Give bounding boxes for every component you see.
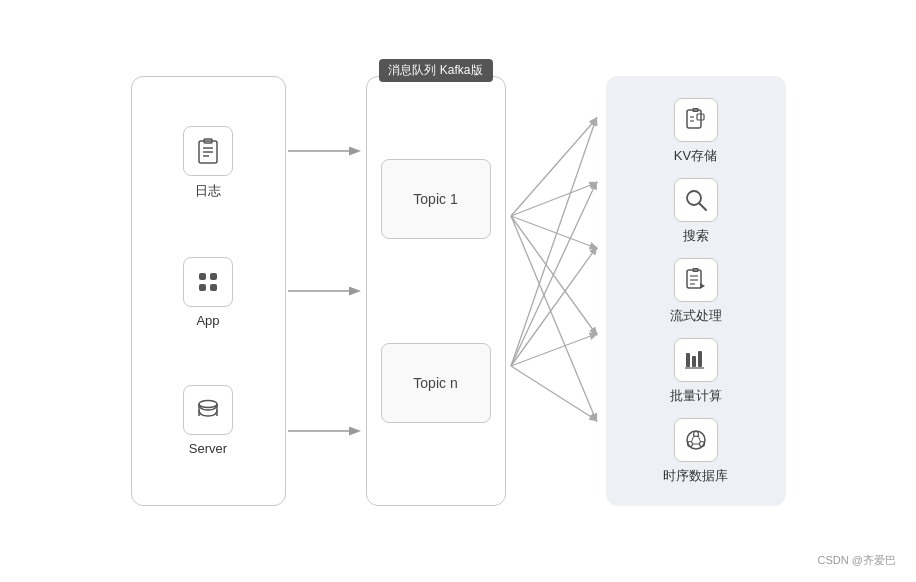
log-icon-box bbox=[183, 126, 233, 176]
svg-rect-7 bbox=[199, 284, 206, 291]
middle-arrows bbox=[506, 76, 606, 506]
batch-icon-box bbox=[674, 338, 718, 382]
svg-line-31 bbox=[699, 203, 706, 210]
kv-icon bbox=[683, 107, 709, 133]
svg-line-45 bbox=[691, 435, 693, 441]
middle-arrows-svg bbox=[506, 76, 606, 506]
svg-line-46 bbox=[698, 435, 700, 441]
svg-rect-39 bbox=[698, 351, 702, 367]
svg-rect-5 bbox=[199, 273, 206, 280]
search-icon bbox=[683, 187, 709, 213]
watermark: CSDN @齐爱巴 bbox=[818, 553, 896, 568]
server-icon-box bbox=[183, 385, 233, 435]
database-icon bbox=[194, 396, 222, 424]
producer-log: 日志 bbox=[183, 126, 233, 200]
producer-server: Server bbox=[183, 385, 233, 456]
kafka-title: 消息队列 Kafka版 bbox=[378, 59, 492, 82]
kv-label: KV存储 bbox=[674, 147, 717, 165]
kafka-panel: 消息队列 Kafka版 Topic 1 Topic n bbox=[366, 76, 506, 506]
svg-line-19 bbox=[511, 216, 596, 420]
svg-rect-32 bbox=[687, 270, 701, 288]
svg-point-42 bbox=[693, 431, 698, 436]
consumer-stream: 流式处理 bbox=[631, 258, 761, 325]
clipboard-icon bbox=[194, 137, 222, 165]
consumer-batch: 批量计算 bbox=[631, 338, 761, 405]
producers-panel: 日志 App bbox=[131, 76, 286, 506]
kv-icon-box bbox=[674, 98, 718, 142]
producer-app: App bbox=[183, 257, 233, 328]
kafka-topics: Topic 1 Topic n bbox=[367, 77, 505, 505]
consumer-timeseries: 时序数据库 bbox=[631, 418, 761, 485]
svg-line-22 bbox=[511, 248, 596, 366]
svg-line-20 bbox=[511, 119, 596, 366]
batch-icon bbox=[683, 347, 709, 373]
log-label: 日志 bbox=[195, 182, 221, 200]
svg-rect-6 bbox=[210, 273, 217, 280]
svg-rect-37 bbox=[686, 353, 690, 367]
timeseries-icon-box bbox=[674, 418, 718, 462]
batch-label: 批量计算 bbox=[670, 387, 722, 405]
stream-icon-box bbox=[674, 258, 718, 302]
consumer-search: 搜索 bbox=[631, 178, 761, 245]
app-label: App bbox=[196, 313, 219, 328]
consumers-panel: KV存储 搜索 bbox=[606, 76, 786, 506]
topic-1: Topic 1 bbox=[381, 159, 491, 239]
grid-icon bbox=[194, 268, 222, 296]
search-icon-box bbox=[674, 178, 718, 222]
svg-rect-38 bbox=[692, 356, 696, 367]
search-label: 搜索 bbox=[683, 227, 709, 245]
svg-point-9 bbox=[199, 401, 217, 408]
svg-rect-8 bbox=[210, 284, 217, 291]
stream-label: 流式处理 bbox=[670, 307, 722, 325]
left-arrows-svg bbox=[286, 76, 366, 506]
consumer-kv: KV存储 bbox=[631, 98, 761, 165]
left-arrows bbox=[286, 76, 366, 506]
topic-n: Topic n bbox=[381, 343, 491, 423]
timeseries-icon bbox=[683, 427, 709, 453]
diagram-container: 日志 App bbox=[0, 0, 916, 582]
stream-icon bbox=[683, 267, 709, 293]
server-label: Server bbox=[189, 441, 227, 456]
svg-line-15 bbox=[511, 119, 596, 216]
app-icon-box bbox=[183, 257, 233, 307]
svg-line-24 bbox=[511, 366, 596, 420]
timeseries-label: 时序数据库 bbox=[663, 467, 728, 485]
svg-rect-25 bbox=[687, 110, 701, 128]
